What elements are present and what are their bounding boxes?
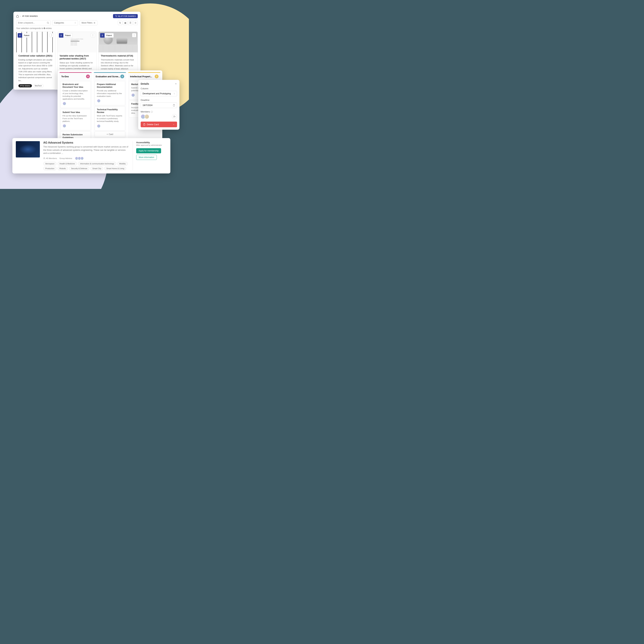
group-panel: AG Advanced Systems The Advanced Systems… xyxy=(12,138,170,173)
group-image xyxy=(16,141,40,157)
kanban-card[interactable]: Technical Feasibility Review Work with T… xyxy=(95,106,125,131)
card-title: Thermoelectric material (4716) xyxy=(101,54,135,57)
tag[interactable]: Production xyxy=(43,167,57,170)
svg-point-13 xyxy=(174,116,175,117)
add-card-button[interactable]: + Card xyxy=(95,132,125,137)
tag[interactable]: Smart City xyxy=(90,167,103,170)
tag[interactable]: Security & Defense xyxy=(69,167,89,170)
details-panel: Details Column Development and Prototypi… xyxy=(138,80,179,130)
column-count: 4 xyxy=(86,75,90,78)
members-label: Members xyxy=(141,110,177,113)
group-meta: 45 Members Group Admins: xyxy=(43,157,129,160)
group-actions: Accessibility After approval by administ… xyxy=(133,141,167,170)
kanban-card[interactable]: Prepare Additional Documentation Provide… xyxy=(95,81,125,105)
more-filters-button[interactable]: More Filters xyxy=(80,20,97,25)
card-menu-button[interactable]: ⋮ xyxy=(132,33,136,37)
avatar xyxy=(131,93,135,97)
search-wrap xyxy=(16,20,50,25)
svg-point-0 xyxy=(116,17,116,17)
column-count: 2 xyxy=(155,75,159,78)
svg-line-3 xyxy=(48,23,49,24)
patent-badge: Patent xyxy=(59,33,72,38)
more-info-button[interactable]: More information xyxy=(136,155,157,160)
patent-badge: Patent xyxy=(100,33,114,38)
chevron-down-icon xyxy=(173,123,175,126)
details-title: Details xyxy=(141,82,149,85)
svg-point-16 xyxy=(44,158,44,158)
delete-card-button[interactable]: Delete Card xyxy=(141,122,177,127)
column-label: Column xyxy=(141,87,177,90)
group-title: AG Advanced Systems xyxy=(43,141,129,144)
sort-button[interactable]: ⇅ xyxy=(118,21,122,25)
card-title: Variable solar shading from perforated t… xyxy=(60,54,94,60)
column-count: 2 xyxy=(120,75,124,78)
my-ip-button[interactable]: My IP FOR SHARES xyxy=(113,14,138,18)
map-view-button[interactable]: ⊙ xyxy=(133,21,138,25)
selection-count-text: Your selection corresponds to 6 entries xyxy=(16,27,138,30)
list-view-button[interactable]: ☰ xyxy=(128,21,133,25)
accessibility-sub: After approval by administrator xyxy=(136,144,167,146)
tag-pill[interactable]: IP for shares xyxy=(18,84,32,87)
kanban-column-evaluation: Evaluation and Scree... 2 Prepare Additi… xyxy=(94,72,126,147)
breadcrumb-row: › IP FOR SHARES My IP FOR SHARES xyxy=(16,14,138,18)
svg-point-8 xyxy=(61,35,62,36)
card-image-area: Patent ⋮ xyxy=(16,32,55,52)
group-desc: The Advanced Systems working group is co… xyxy=(43,145,129,155)
add-member-button[interactable] xyxy=(172,114,177,119)
tag[interactable]: Aerospace xyxy=(43,162,57,166)
admin-avatars xyxy=(75,157,83,160)
trash-icon[interactable] xyxy=(173,104,175,106)
column-header: Intellectual Propert... 2 xyxy=(128,72,161,80)
breadcrumb-text: IP FOR SHARES xyxy=(22,15,38,17)
tag[interactable]: Information & communication technology xyxy=(78,162,116,166)
avatar xyxy=(97,124,101,128)
plus-icon: + xyxy=(107,133,108,135)
accessibility-title: Accessibility xyxy=(136,141,167,144)
avatar xyxy=(63,102,66,105)
kanban-card[interactable]: Submit Your Idea Fill out the Idea Submi… xyxy=(60,109,91,131)
svg-point-9 xyxy=(102,35,103,36)
card-menu-button[interactable]: ⋮ xyxy=(50,33,54,37)
tag[interactable]: Smart Home & Living xyxy=(104,167,126,170)
svg-point-2 xyxy=(47,22,48,23)
members-row xyxy=(141,114,177,119)
column-select[interactable]: Development and Prototyping xyxy=(141,91,177,96)
deadline-label: Deadline xyxy=(141,99,177,101)
card-image-area: Patent ⋮ xyxy=(99,32,138,52)
group-content: AG Advanced Systems The Advanced Systems… xyxy=(43,141,129,170)
breadcrumb-sep: › xyxy=(20,15,21,17)
kanban-card[interactable]: Brainstorm and Document Your Idea Create… xyxy=(60,81,91,108)
ip-card[interactable]: Patent ⋮ Combined solar radiation (2821)… xyxy=(16,32,55,90)
award-icon xyxy=(59,33,63,38)
chevron-updown-icon xyxy=(74,22,76,24)
card-title: Combined solar radiation (2821) xyxy=(18,54,53,57)
card-image-area: Patent ⋮ nschutz aus perforierten Textil… xyxy=(58,32,96,52)
avatar xyxy=(97,99,101,103)
trash-icon xyxy=(143,123,145,126)
filter-row: Categories More Filters ⇅ ▦ ☰ ⊙ xyxy=(16,20,138,25)
view-toggles: ⇅ ▦ ☰ ⊙ xyxy=(118,21,138,25)
search-icon xyxy=(47,22,49,24)
tag[interactable]: Health & Medicine xyxy=(58,162,77,166)
tag-pill[interactable]: MedTech xyxy=(33,84,44,87)
tag[interactable]: Robotic xyxy=(58,167,68,170)
chevron-up-icon[interactable] xyxy=(175,83,177,85)
avatar xyxy=(63,124,66,128)
column-header: To-Dos 4 xyxy=(59,72,92,80)
grid-view-button[interactable]: ▦ xyxy=(123,21,127,25)
group-tags: Aerospace Health & Medicine Information … xyxy=(43,162,129,170)
home-icon[interactable] xyxy=(16,15,19,18)
cart-icon xyxy=(115,15,117,17)
sliders-icon xyxy=(93,22,95,24)
info-icon xyxy=(151,111,153,113)
search-input[interactable] xyxy=(16,20,50,25)
details-header: Details xyxy=(141,82,177,85)
award-icon xyxy=(100,33,105,38)
award-icon xyxy=(18,33,22,38)
card-menu-button[interactable]: ⋮ xyxy=(91,33,95,37)
deadline-input[interactable]: 19/7/2024 xyxy=(141,102,177,108)
apply-membership-button[interactable]: Apply for membership xyxy=(136,148,161,153)
tag[interactable]: Mobility xyxy=(117,162,128,166)
patent-badge: Patent xyxy=(18,33,31,38)
categories-select[interactable]: Categories xyxy=(52,20,78,25)
